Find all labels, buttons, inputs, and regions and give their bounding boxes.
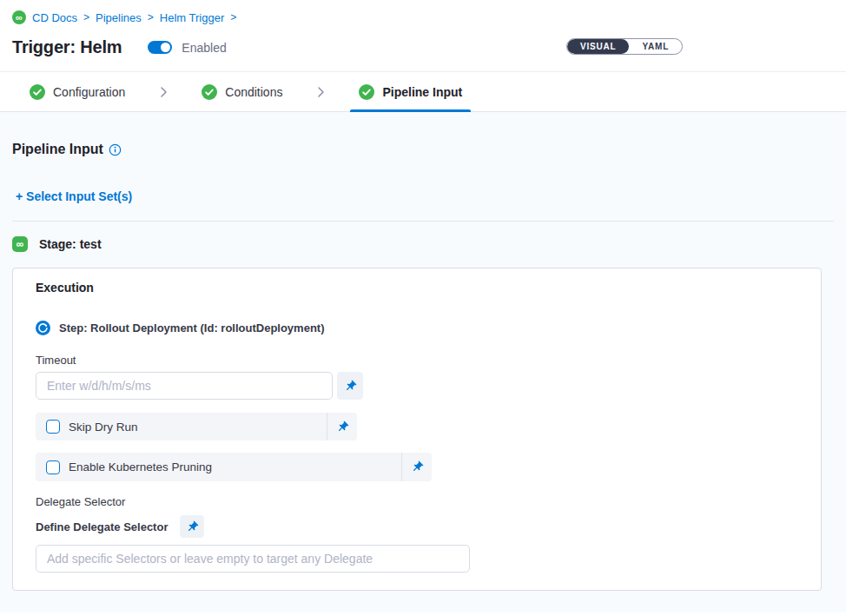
stage-label: Stage: test (39, 237, 102, 251)
execution-card: Execution Step: Rollout Deployment (Id: … (12, 268, 822, 591)
stage-row: ∞ Stage: test (12, 232, 846, 256)
breadcrumb-link-helm-trigger[interactable]: Helm Trigger (160, 11, 224, 24)
check-circle-icon (359, 84, 374, 100)
section-heading-row: Pipeline Input (12, 142, 846, 157)
pin-icon (333, 417, 351, 435)
timeout-input[interactable] (36, 372, 333, 400)
skip-dry-run-row: Skip Dry Run (36, 413, 357, 440)
timeout-field-row (36, 372, 798, 400)
delegate-selector-label: Delegate Selector (36, 495, 798, 508)
toggle-knob (161, 43, 170, 52)
define-delegate-selector-row: Define Delegate Selector (36, 515, 798, 538)
tab-label: Conditions (225, 85, 282, 99)
title-row: Trigger: Helm Enabled (12, 37, 846, 71)
breadcrumb-link-cd-docs[interactable]: CD Docs (32, 11, 77, 24)
visual-mode-button[interactable]: VISUAL (567, 39, 629, 54)
pin-icon (407, 458, 426, 476)
select-input-sets-link[interactable]: + Select Input Set(s) (16, 189, 132, 203)
execution-title: Execution (36, 281, 798, 295)
step-label: Step: Rollout Deployment (Id: rolloutDep… (59, 321, 325, 334)
page-title: Trigger: Helm (12, 37, 122, 57)
rollout-step-icon (36, 321, 50, 335)
pin-icon (183, 517, 202, 535)
skip-dry-run-checkbox[interactable] (46, 420, 60, 434)
tab-label: Configuration (53, 85, 125, 99)
breadcrumb: ∞ CD Docs > Pipelines > Helm Trigger > (12, 10, 846, 24)
enable-kubernetes-pruning-checkbox[interactable] (46, 460, 60, 474)
harness-cd-icon: ∞ (12, 10, 26, 24)
enabled-label: Enabled (182, 41, 226, 55)
page-header: ∞ CD Docs > Pipelines > Helm Trigger > T… (0, 0, 846, 71)
enable-kubernetes-pruning-row: Enable Kubernetes Pruning (36, 453, 432, 481)
timeout-pin-button[interactable] (337, 372, 363, 400)
chevron-right-icon (157, 72, 169, 111)
timeout-label: Timeout (36, 354, 798, 367)
info-icon[interactable] (109, 143, 122, 156)
breadcrumb-separator: > (148, 11, 154, 23)
breadcrumb-separator: > (83, 11, 89, 23)
pipeline-input-heading: Pipeline Input (12, 142, 103, 157)
stage-cd-icon: ∞ (12, 236, 28, 252)
check-circle-icon (30, 84, 45, 100)
tab-conditions[interactable]: Conditions (193, 72, 291, 111)
pin-icon (340, 376, 359, 394)
enable-kubernetes-pruning-label: Enable Kubernetes Pruning (69, 460, 401, 474)
breadcrumb-link-pipelines[interactable]: Pipelines (96, 11, 142, 24)
visual-yaml-switch: VISUAL YAML (566, 38, 683, 55)
breadcrumb-separator: > (230, 11, 236, 23)
skip-dry-run-pin-button[interactable] (327, 413, 357, 440)
tab-label: Pipeline Input (382, 85, 462, 99)
enable-kubernetes-pruning-pin-button[interactable] (402, 454, 432, 481)
skip-dry-run-label: Skip Dry Run (69, 421, 327, 434)
tab-configuration[interactable]: Configuration (21, 72, 134, 111)
trigger-page: ∞ CD Docs > Pipelines > Helm Trigger > T… (0, 0, 846, 616)
wizard-tab-bar: Configuration Conditions Pipeline Input (0, 71, 846, 112)
tab-pipeline-input[interactable]: Pipeline Input (350, 72, 471, 111)
enabled-toggle[interactable] (148, 41, 172, 54)
yaml-mode-button[interactable]: YAML (629, 39, 682, 54)
delegate-selectors-input[interactable] (36, 545, 470, 573)
step-row: Step: Rollout Deployment (Id: rolloutDep… (36, 321, 798, 335)
delegate-selector-pin-button[interactable] (180, 515, 204, 538)
section-divider (12, 221, 834, 222)
pipeline-input-panel: Pipeline Input + Select Input Set(s) ∞ S… (0, 112, 846, 613)
define-delegate-selector-label: Define Delegate Selector (36, 520, 168, 533)
check-circle-icon (202, 84, 217, 100)
chevron-right-icon (314, 72, 327, 111)
